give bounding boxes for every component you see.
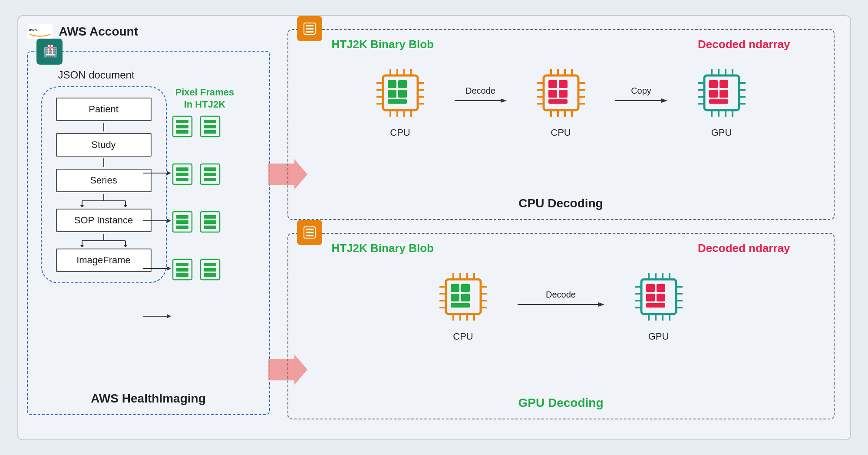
pixel-frames-label: Pixel Frames In HTJ2K bbox=[175, 86, 234, 111]
svg-marker-9 bbox=[124, 205, 127, 207]
teal-gpu-chip-bottom-icon bbox=[630, 268, 687, 325]
gpu-chips-row: CPU Decode bbox=[288, 268, 834, 342]
gpu-chip-top: GPU bbox=[693, 65, 750, 138]
gpu-label-bottom: GPU bbox=[648, 331, 669, 342]
svg-rect-80 bbox=[388, 80, 396, 88]
svg-rect-132 bbox=[709, 99, 728, 104]
orange-cpu-chip-bottom-icon bbox=[435, 268, 492, 325]
svg-rect-183 bbox=[646, 303, 665, 308]
svg-rect-179 bbox=[646, 284, 655, 292]
gpu-label-top: GPU bbox=[711, 127, 732, 138]
svg-rect-129 bbox=[719, 80, 728, 88]
decode-label-bottom: Decode bbox=[546, 290, 576, 300]
fork-lines-1 bbox=[56, 194, 152, 207]
health-imaging-icon: 🏥 bbox=[36, 39, 63, 65]
svg-rect-61 bbox=[306, 28, 314, 29]
cpu-chip-1: CPU bbox=[372, 65, 429, 138]
svg-rect-155 bbox=[451, 284, 459, 292]
htj2k-label-bottom: HTJ2K Binary Blob bbox=[332, 242, 434, 255]
svg-rect-104 bbox=[548, 80, 557, 88]
series-box: Series bbox=[56, 169, 152, 192]
svg-rect-31 bbox=[204, 178, 216, 181]
svg-rect-37 bbox=[204, 215, 216, 219]
svg-rect-135 bbox=[306, 229, 314, 230]
cpu-label-2: CPU bbox=[551, 127, 571, 138]
json-doc-label: JSON document bbox=[58, 69, 135, 81]
svg-rect-39 bbox=[204, 226, 216, 229]
svg-rect-46 bbox=[204, 268, 216, 272]
main-container: aws AWS Account 🏥 JSON document Patient … bbox=[17, 15, 851, 440]
svg-rect-182 bbox=[657, 294, 665, 301]
frame-row-3 bbox=[171, 210, 221, 234]
frame-row-4 bbox=[171, 258, 221, 282]
svg-rect-82 bbox=[388, 90, 396, 98]
left-panel: 🏥 JSON document Patient Study Series bbox=[27, 51, 270, 415]
svg-rect-181 bbox=[646, 294, 655, 301]
svg-rect-41 bbox=[176, 263, 188, 266]
svg-rect-137 bbox=[306, 235, 314, 236]
frame-icon bbox=[199, 210, 221, 234]
svg-rect-108 bbox=[548, 99, 568, 104]
sop-instance-box: SOP Instance bbox=[56, 209, 152, 232]
orange-cpu-chip-2-icon bbox=[533, 65, 589, 121]
cpu-label-1: CPU bbox=[390, 127, 410, 138]
svg-rect-45 bbox=[204, 263, 216, 266]
svg-rect-159 bbox=[451, 303, 470, 308]
svg-marker-8 bbox=[80, 205, 84, 207]
gpu-decoding-title: GPU Decoding bbox=[518, 396, 603, 410]
cpu-decoding-title: CPU Decoding bbox=[518, 196, 603, 210]
svg-rect-19 bbox=[176, 130, 188, 134]
cpu-chip-2: CPU bbox=[533, 65, 589, 138]
svg-rect-62 bbox=[306, 31, 314, 33]
svg-text:aws: aws bbox=[29, 27, 37, 32]
cpu-chip-badge bbox=[297, 16, 322, 41]
decode-arrow-top: Decode bbox=[455, 86, 507, 104]
decode-arrow-bottom: Decode bbox=[518, 290, 604, 308]
frame-row-2 bbox=[171, 162, 221, 186]
svg-rect-18 bbox=[176, 125, 188, 128]
svg-rect-131 bbox=[719, 90, 728, 98]
fork-lines-2 bbox=[56, 234, 152, 247]
cpu-decoding-panel: HTJ2K Binary Blob Decoded ndarray bbox=[287, 29, 835, 220]
svg-rect-25 bbox=[176, 167, 188, 171]
decoded-label-top: Decoded ndarray bbox=[698, 38, 790, 51]
svg-rect-26 bbox=[176, 173, 188, 176]
svg-rect-81 bbox=[398, 80, 407, 88]
cpu-chip-bottom: CPU bbox=[435, 268, 492, 342]
svg-marker-51 bbox=[167, 219, 171, 223]
decode-label-top: Decode bbox=[465, 86, 495, 96]
svg-rect-105 bbox=[559, 80, 568, 88]
svg-marker-49 bbox=[167, 171, 171, 175]
cpu-label-bottom: CPU bbox=[453, 331, 473, 342]
hierarchy-arrows bbox=[143, 160, 178, 403]
svg-rect-83 bbox=[398, 90, 407, 98]
connector-1 bbox=[103, 123, 104, 131]
gpu-chip-badge bbox=[297, 220, 322, 245]
svg-rect-84 bbox=[388, 99, 407, 104]
frame-icon bbox=[171, 115, 194, 138]
patient-box: Patient bbox=[56, 98, 152, 121]
orange-cpu-chip-icon bbox=[372, 65, 429, 121]
pixel-frames-area bbox=[171, 115, 221, 282]
svg-rect-33 bbox=[176, 215, 188, 219]
aws-logo-area: aws AWS Account bbox=[27, 24, 139, 39]
svg-rect-136 bbox=[306, 232, 314, 233]
teal-gpu-chip-icon bbox=[693, 65, 750, 121]
svg-marker-110 bbox=[661, 98, 667, 103]
cpu-chips-row: CPU Decode bbox=[288, 65, 834, 138]
svg-rect-60 bbox=[306, 25, 314, 26]
svg-rect-17 bbox=[176, 120, 188, 123]
svg-rect-38 bbox=[204, 220, 216, 224]
svg-rect-156 bbox=[461, 284, 470, 292]
svg-rect-180 bbox=[657, 284, 665, 292]
frame-icon bbox=[199, 258, 221, 282]
study-box: Study bbox=[56, 133, 152, 157]
svg-marker-15 bbox=[124, 245, 127, 247]
svg-rect-22 bbox=[204, 125, 216, 128]
svg-rect-158 bbox=[461, 294, 470, 301]
svg-rect-42 bbox=[176, 268, 188, 272]
aws-account-label: AWS Account bbox=[59, 25, 139, 39]
htj2k-label-top: HTJ2K Binary Blob bbox=[332, 38, 434, 51]
svg-rect-106 bbox=[548, 90, 557, 98]
svg-marker-55 bbox=[167, 314, 171, 318]
